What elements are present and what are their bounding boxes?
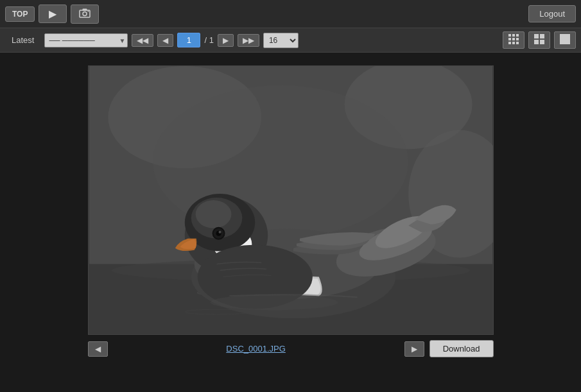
view-small-grid-button[interactable] bbox=[503, 31, 525, 49]
page-total: / 1 bbox=[204, 35, 213, 45]
svg-point-42 bbox=[218, 231, 221, 234]
svg-rect-8 bbox=[512, 38, 515, 40]
svg-rect-2 bbox=[83, 8, 87, 10]
svg-point-3 bbox=[88, 10, 89, 12]
image-prev-button[interactable]: ◀ bbox=[88, 341, 108, 357]
svg-rect-11 bbox=[512, 42, 515, 44]
svg-rect-15 bbox=[534, 40, 539, 44]
view-large-grid-button[interactable] bbox=[554, 31, 576, 49]
image-container bbox=[88, 65, 494, 335]
svg-rect-6 bbox=[516, 34, 519, 37]
prev-page-button[interactable]: ◀ bbox=[157, 34, 173, 47]
svg-rect-13 bbox=[534, 34, 539, 38]
svg-rect-7 bbox=[508, 38, 511, 40]
image-filename[interactable]: DSC_0001.JPG bbox=[113, 344, 399, 354]
svg-rect-9 bbox=[516, 38, 519, 40]
medium-grid-icon bbox=[534, 36, 544, 46]
svg-point-38 bbox=[195, 200, 231, 228]
filter-bar: Latest ── ────── ▼ ◀◀ ◀ / 1 ▶ ▶▶ 16 32 6… bbox=[0, 28, 581, 53]
svg-rect-16 bbox=[540, 40, 544, 44]
video-button[interactable]: ▶ bbox=[39, 4, 67, 23]
page-input[interactable] bbox=[177, 33, 200, 47]
download-button[interactable]: Download bbox=[429, 340, 494, 357]
svg-point-1 bbox=[83, 12, 87, 15]
duck-image bbox=[89, 66, 493, 334]
camera-icon bbox=[79, 9, 91, 20]
svg-rect-14 bbox=[540, 34, 544, 38]
logout-button[interactable]: Logout bbox=[528, 5, 576, 22]
view-medium-grid-button[interactable] bbox=[528, 31, 550, 49]
filter-select-wrapper: ── ────── ▼ bbox=[44, 33, 128, 47]
svg-rect-5 bbox=[512, 34, 515, 37]
next-page-button[interactable]: ▶ bbox=[218, 34, 234, 47]
svg-point-44 bbox=[210, 294, 338, 310]
svg-rect-10 bbox=[508, 42, 511, 44]
large-grid-icon bbox=[560, 36, 570, 46]
image-next-button[interactable]: ▶ bbox=[404, 341, 424, 357]
svg-rect-17 bbox=[560, 34, 570, 44]
main-area: ◀ DSC_0001.JPG ▶ Download bbox=[0, 53, 581, 392]
first-page-button[interactable]: ◀◀ bbox=[132, 34, 153, 47]
camera-button[interactable] bbox=[71, 4, 99, 24]
small-grid-icon bbox=[508, 36, 519, 46]
image-bottom-bar: ◀ DSC_0001.JPG ▶ Download bbox=[88, 335, 494, 362]
svg-rect-4 bbox=[508, 34, 511, 37]
filter-select[interactable]: ── ────── bbox=[44, 33, 128, 47]
last-page-button[interactable]: ▶▶ bbox=[238, 34, 259, 47]
latest-label: Latest bbox=[5, 35, 40, 45]
top-button[interactable]: TOP bbox=[5, 6, 35, 22]
video-icon: ▶ bbox=[49, 8, 56, 19]
per-page-select[interactable]: 16 32 64 bbox=[263, 33, 299, 48]
top-bar: TOP ▶ Logout bbox=[0, 0, 581, 28]
svg-rect-12 bbox=[516, 42, 519, 44]
